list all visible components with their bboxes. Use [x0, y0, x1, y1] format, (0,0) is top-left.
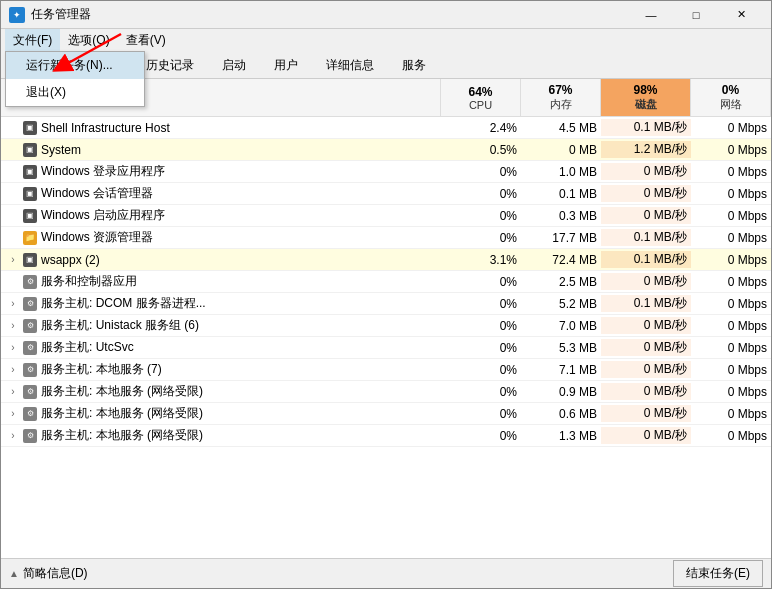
- app-icon: ✦: [9, 7, 25, 23]
- process-network: 0 Mbps: [691, 165, 771, 179]
- column-header-cpu[interactable]: 64% CPU: [441, 79, 521, 116]
- expand-button[interactable]: ›: [7, 320, 19, 332]
- process-table-container: 名称 64% CPU 67% 内存 98% 磁盘 0% 网络 ▣Shell In…: [1, 79, 771, 558]
- file-dropdown-menu: 运行新任务(N)... 退出(X): [5, 51, 145, 107]
- process-memory: 72.4 MB: [521, 253, 601, 267]
- window-title: 任务管理器: [31, 6, 91, 23]
- process-disk: 0 MB/秒: [601, 163, 691, 180]
- expand-button[interactable]: ›: [7, 364, 19, 376]
- process-disk: 0 MB/秒: [601, 383, 691, 400]
- process-name-label: Shell Infrastructure Host: [41, 121, 170, 135]
- process-cpu: 0%: [441, 407, 521, 421]
- process-cpu: 3.1%: [441, 253, 521, 267]
- table-row[interactable]: ▣Shell Infrastructure Host2.4%4.5 MB0.1 …: [1, 117, 771, 139]
- process-network: 0 Mbps: [691, 319, 771, 333]
- table-row[interactable]: ▣System0.5%0 MB1.2 MB/秒0 Mbps: [1, 139, 771, 161]
- table-row[interactable]: 📁Windows 资源管理器0%17.7 MB0.1 MB/秒0 Mbps: [1, 227, 771, 249]
- process-network: 0 Mbps: [691, 385, 771, 399]
- process-name-cell: ⚙服务和控制器应用: [1, 273, 441, 290]
- process-table-body: ▣Shell Infrastructure Host2.4%4.5 MB0.1 …: [1, 117, 771, 558]
- process-disk: 0 MB/秒: [601, 317, 691, 334]
- process-network: 0 Mbps: [691, 275, 771, 289]
- process-name-label: 服务主机: 本地服务 (网络受限): [41, 405, 203, 422]
- process-network: 0 Mbps: [691, 143, 771, 157]
- summary-toggle[interactable]: ▲ 简略信息(D): [9, 565, 88, 582]
- process-cpu: 0%: [441, 363, 521, 377]
- process-disk: 1.2 MB/秒: [601, 141, 691, 158]
- tab-users[interactable]: 用户: [261, 52, 311, 78]
- tab-startup[interactable]: 启动: [209, 52, 259, 78]
- tab-services[interactable]: 服务: [389, 52, 439, 78]
- process-memory: 5.3 MB: [521, 341, 601, 355]
- maximize-button[interactable]: □: [674, 4, 718, 26]
- table-row[interactable]: ›⚙服务主机: DCOM 服务器进程...0%5.2 MB0.1 MB/秒0 M…: [1, 293, 771, 315]
- process-cpu: 0%: [441, 429, 521, 443]
- process-cpu: 0%: [441, 385, 521, 399]
- process-icon: ⚙: [23, 341, 37, 355]
- title-bar: ✦ 任务管理器 — □ ✕: [1, 1, 771, 29]
- process-cpu: 2.4%: [441, 121, 521, 135]
- process-network: 0 Mbps: [691, 429, 771, 443]
- process-name-label: Windows 登录应用程序: [41, 163, 165, 180]
- process-name-label: 服务主机: 本地服务 (网络受限): [41, 427, 203, 444]
- table-row[interactable]: ▣Windows 启动应用程序0%0.3 MB0 MB/秒0 Mbps: [1, 205, 771, 227]
- process-name-label: wsappx (2): [41, 253, 100, 267]
- close-button[interactable]: ✕: [719, 4, 763, 26]
- process-icon: ▣: [23, 143, 37, 157]
- column-header-memory[interactable]: 67% 内存: [521, 79, 601, 116]
- table-row[interactable]: ▣Windows 登录应用程序0%1.0 MB0 MB/秒0 Mbps: [1, 161, 771, 183]
- process-cpu: 0%: [441, 275, 521, 289]
- column-header-network[interactable]: 0% 网络: [691, 79, 771, 116]
- process-name-cell: ▣Windows 登录应用程序: [1, 163, 441, 180]
- menu-run-new-task[interactable]: 运行新任务(N)...: [6, 52, 144, 79]
- expand-button[interactable]: ›: [7, 408, 19, 420]
- process-memory: 2.5 MB: [521, 275, 601, 289]
- process-memory: 1.3 MB: [521, 429, 601, 443]
- process-cpu: 0.5%: [441, 143, 521, 157]
- process-icon: ▣: [23, 187, 37, 201]
- process-name-cell: ›⚙服务主机: 本地服务 (网络受限): [1, 405, 441, 422]
- expand-button[interactable]: ›: [7, 254, 19, 266]
- process-disk: 0.1 MB/秒: [601, 251, 691, 268]
- expand-button[interactable]: ›: [7, 430, 19, 442]
- tab-details[interactable]: 详细信息: [313, 52, 387, 78]
- process-name-cell: ›⚙服务主机: UtcSvc: [1, 339, 441, 356]
- table-row[interactable]: ›⚙服务主机: 本地服务 (网络受限)0%0.6 MB0 MB/秒0 Mbps: [1, 403, 771, 425]
- process-icon: ⚙: [23, 275, 37, 289]
- process-memory: 4.5 MB: [521, 121, 601, 135]
- table-row[interactable]: ›⚙服务主机: 本地服务 (网络受限)0%0.9 MB0 MB/秒0 Mbps: [1, 381, 771, 403]
- process-cpu: 0%: [441, 231, 521, 245]
- process-disk: 0 MB/秒: [601, 427, 691, 444]
- process-name-cell: ▣Windows 会话管理器: [1, 185, 441, 202]
- process-icon: ▣: [23, 253, 37, 267]
- status-bar: ▲ 简略信息(D) 结束任务(E): [1, 558, 771, 588]
- table-row[interactable]: ›⚙服务主机: 本地服务 (网络受限)0%1.3 MB0 MB/秒0 Mbps: [1, 425, 771, 447]
- table-row[interactable]: ›⚙服务主机: Unistack 服务组 (6)0%7.0 MB0 MB/秒0 …: [1, 315, 771, 337]
- table-row[interactable]: ⚙服务和控制器应用0%2.5 MB0 MB/秒0 Mbps: [1, 271, 771, 293]
- menu-view[interactable]: 查看(V): [118, 29, 174, 51]
- end-task-button[interactable]: 结束任务(E): [673, 560, 763, 587]
- process-icon: ⚙: [23, 429, 37, 443]
- table-row[interactable]: ▣Windows 会话管理器0%0.1 MB0 MB/秒0 Mbps: [1, 183, 771, 205]
- expand-button[interactable]: ›: [7, 298, 19, 310]
- process-disk: 0 MB/秒: [601, 207, 691, 224]
- menu-file[interactable]: 文件(F): [5, 29, 60, 51]
- table-row[interactable]: ›▣wsappx (2)3.1%72.4 MB0.1 MB/秒0 Mbps: [1, 249, 771, 271]
- menu-options[interactable]: 选项(O): [60, 29, 117, 51]
- table-row[interactable]: ›⚙服务主机: 本地服务 (7)0%7.1 MB0 MB/秒0 Mbps: [1, 359, 771, 381]
- process-cpu: 0%: [441, 209, 521, 223]
- menu-exit[interactable]: 退出(X): [6, 79, 144, 106]
- process-name-cell: ▣Shell Infrastructure Host: [1, 121, 441, 135]
- minimize-button[interactable]: —: [629, 4, 673, 26]
- process-memory: 5.2 MB: [521, 297, 601, 311]
- summary-label: 简略信息(D): [23, 565, 88, 582]
- table-row[interactable]: ›⚙服务主机: UtcSvc0%5.3 MB0 MB/秒0 Mbps: [1, 337, 771, 359]
- expand-button[interactable]: ›: [7, 342, 19, 354]
- process-name-cell: ▣System: [1, 143, 441, 157]
- process-icon: ⚙: [23, 319, 37, 333]
- process-name-label: Windows 资源管理器: [41, 229, 153, 246]
- process-network: 0 Mbps: [691, 121, 771, 135]
- expand-button[interactable]: ›: [7, 386, 19, 398]
- column-header-disk[interactable]: 98% 磁盘: [601, 79, 691, 116]
- process-memory: 7.0 MB: [521, 319, 601, 333]
